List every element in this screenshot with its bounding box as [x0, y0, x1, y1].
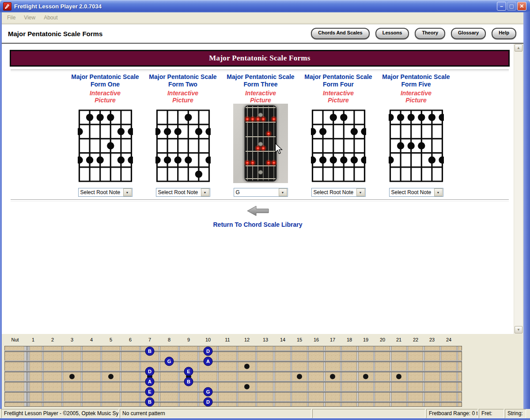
- menu-item-about[interactable]: About: [42, 14, 59, 22]
- scale-form-column-form-four: Major Pentatonic ScaleForm FourInteracti…: [299, 73, 378, 197]
- note-marker-D-fret7-string3: D: [145, 367, 154, 376]
- dropdown-arrow-icon[interactable]: ▼: [201, 188, 209, 196]
- form-title: Major Pentatonic ScaleForm Three: [221, 73, 300, 88]
- fret-number-5: 5: [105, 337, 117, 342]
- fret-number-15: 15: [294, 337, 305, 342]
- root-note-select[interactable]: Select Root Note▼: [389, 188, 443, 197]
- root-note-value: Select Root Note: [79, 189, 123, 195]
- form-title: Major Pentatonic ScaleForm Five: [376, 73, 456, 88]
- note-marker-B-fret7-string1: B: [145, 347, 154, 356]
- root-note-select[interactable]: Select Root Note▼: [78, 188, 132, 197]
- scale-form-column-form-two: Major Pentatonic ScaleForm TwoInteractiv…: [143, 73, 223, 197]
- menu-item-view[interactable]: View: [23, 14, 37, 22]
- status-section-3: [312, 409, 425, 418]
- status-section-5: Fret:: [479, 409, 504, 418]
- status-section-1: Fretlight Lesson Player - ©2005, Optek M…: [1, 409, 119, 418]
- page-header: Major Pentatonic Scale Forms Chords And …: [2, 24, 523, 44]
- interactive-picture-label: InteractivePicture: [143, 90, 223, 104]
- fret-number-11: 11: [222, 337, 233, 342]
- note-marker-A-fret7-string4: A: [145, 377, 154, 386]
- note-marker-E-fret9-string3: E: [184, 367, 193, 376]
- window-border-right: [523, 12, 530, 418]
- fret-number-1: 1: [27, 337, 39, 342]
- status-section-2: No current pattern: [120, 409, 311, 418]
- status-section-4: Fretboard Range: 0 to 21: [426, 409, 478, 418]
- note-marker-B-fret7-string6: B: [145, 398, 154, 406]
- root-note-value: Select Root Note: [312, 189, 356, 195]
- fret-number-2: 2: [47, 337, 58, 342]
- note-marker-B-fret9-string4: B: [184, 377, 193, 386]
- note-marker-G-fret10-string5: G: [204, 387, 212, 396]
- nav-button-chords-and-scales[interactable]: Chords And Scales: [311, 28, 369, 39]
- fret-number-6: 6: [125, 337, 136, 342]
- nav-button-help[interactable]: Help: [492, 28, 516, 39]
- nav-button-lessons[interactable]: Lessons: [375, 28, 409, 39]
- fret-number-13: 13: [260, 337, 271, 342]
- interactive-picture-label: InteractivePicture: [221, 90, 300, 104]
- minimize-button[interactable]: –: [497, 2, 506, 11]
- title-bar[interactable]: Fretlight Lesson Player 2.0.7034 – ▢ ✕: [0, 0, 530, 12]
- nut-label: Nut: [8, 337, 22, 342]
- root-note-value: Select Root Note: [156, 189, 201, 195]
- fret-number-16: 16: [310, 337, 322, 342]
- scale-form-diagram[interactable]: [389, 109, 444, 183]
- status-bar: Fretlight Lesson Player - ©2005, Optek M…: [0, 409, 530, 418]
- svg-text:D: D: [206, 349, 210, 354]
- fret-number-22: 22: [410, 337, 421, 342]
- content-scrollbar[interactable]: ▲ ▼: [514, 44, 523, 334]
- app-icon: [3, 2, 11, 11]
- root-note-select[interactable]: Select Root Note▼: [311, 188, 366, 197]
- dropdown-arrow-icon[interactable]: ▼: [434, 188, 443, 196]
- note-marker-D-fret10-string6: D: [204, 398, 212, 406]
- root-note-select[interactable]: G▼: [234, 188, 288, 197]
- fret-number-24: 24: [443, 337, 454, 342]
- maximize-button[interactable]: ▢: [507, 2, 516, 11]
- scroll-up-button[interactable]: ▲: [515, 44, 522, 52]
- scrollbar-filler: [522, 44, 523, 334]
- fret-number-4: 4: [86, 337, 97, 342]
- scale-form-column-form-one: Major Pentatonic ScaleForm OneInteractiv…: [65, 73, 145, 197]
- nav-button-theory[interactable]: Theory: [415, 28, 445, 39]
- svg-text:B: B: [187, 379, 190, 384]
- svg-text:G: G: [167, 359, 171, 364]
- svg-text:B: B: [148, 399, 151, 405]
- nav-buttons: Chords And ScalesLessonsTheoryGlossaryHe…: [311, 28, 516, 39]
- fret-number-row: Nut1234567891011121314151617181920212223…: [4, 334, 464, 346]
- root-note-value: Select Root Note: [390, 189, 434, 195]
- scroll-down-button[interactable]: ▼: [515, 326, 522, 334]
- dropdown-arrow-icon[interactable]: ▼: [279, 188, 287, 196]
- divider: [11, 199, 509, 202]
- dropdown-arrow-icon[interactable]: ▼: [123, 188, 132, 196]
- fret-number-8: 8: [163, 337, 175, 342]
- fret-number-3: 3: [66, 337, 78, 342]
- interactive-picture-label: InteractivePicture: [299, 90, 378, 104]
- fret-number-18: 18: [344, 337, 355, 342]
- interactive-picture-label: InteractivePicture: [376, 90, 456, 104]
- back-arrow-icon[interactable]: [246, 205, 269, 218]
- fretboard-svg: BDGADEABEGBD: [4, 346, 462, 407]
- svg-text:D: D: [148, 369, 151, 374]
- note-marker-A-fret10-string2: A: [204, 357, 212, 366]
- window-title: Fretlight Lesson Player 2.0.7034: [14, 3, 497, 10]
- divider: [11, 70, 509, 72]
- fret-number-14: 14: [277, 337, 288, 342]
- menu-item-file[interactable]: File: [6, 14, 17, 22]
- form-title: Major Pentatonic ScaleForm Four: [299, 73, 378, 88]
- scale-form-diagram[interactable]: [311, 109, 366, 183]
- dropdown-arrow-icon[interactable]: ▼: [356, 188, 365, 196]
- root-note-select[interactable]: Select Root Note▼: [156, 188, 210, 197]
- scale-form-diagram[interactable]: [78, 109, 133, 183]
- form-title: Major Pentatonic ScaleForm One: [65, 73, 145, 88]
- svg-text:A: A: [148, 379, 151, 384]
- root-note-value: G: [234, 189, 279, 195]
- fret-number-10: 10: [202, 337, 214, 342]
- interactive-fretboard-picture[interactable]: [233, 104, 288, 183]
- svg-text:G: G: [206, 389, 210, 394]
- svg-text:D: D: [206, 399, 210, 405]
- scale-form-diagram[interactable]: [155, 109, 211, 183]
- return-to-library-link[interactable]: Return To Chord Scale Library: [2, 221, 514, 228]
- nav-button-glossary[interactable]: Glossary: [451, 28, 486, 39]
- close-button[interactable]: ✕: [517, 2, 526, 11]
- note-marker-G-fret8-string2: G: [165, 357, 174, 366]
- content-panel: Major Pentatonic Scale Forms Major Penta…: [2, 44, 514, 334]
